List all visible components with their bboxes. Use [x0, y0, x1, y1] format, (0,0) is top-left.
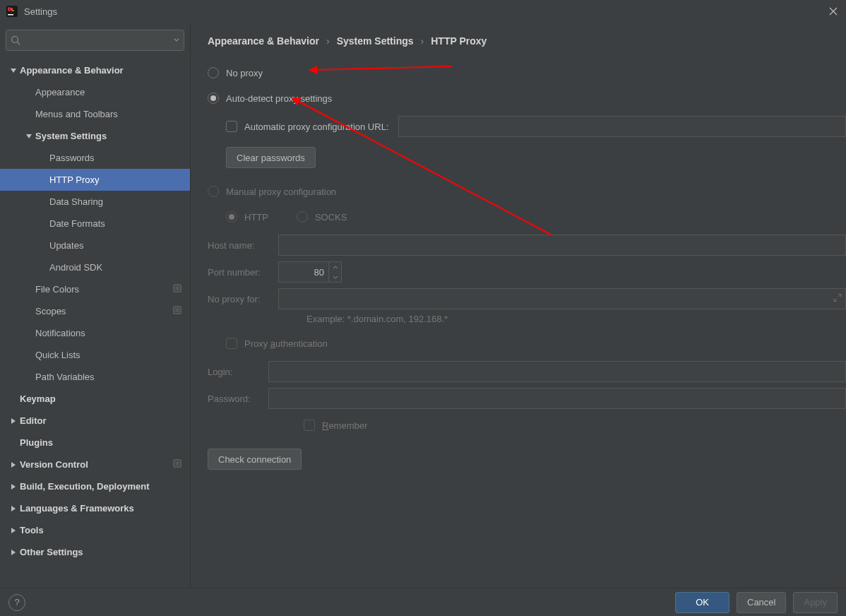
sidebar-item-file-colors[interactable]: File Colors [0, 278, 190, 300]
password-input[interactable] [268, 388, 846, 409]
content-pane: Appearance & Behavior › System Settings … [191, 23, 846, 588]
password-label: Password: [208, 393, 268, 404]
no-proxy-for-label: No proxy for: [208, 294, 278, 304]
socks-radio[interactable]: SOCKS [297, 206, 347, 227]
sidebar-item-updates[interactable]: Updates [0, 235, 190, 256]
svg-point-2 [12, 37, 18, 43]
sidebar-item-appearance-behavior[interactable]: Appearance & Behavior [0, 59, 190, 81]
sidebar-label: Appearance & Behavior [20, 65, 124, 76]
chevron-right-icon: › [326, 35, 330, 47]
port-number-label: Port number: [208, 267, 278, 278]
sidebar-item-plugins[interactable]: Plugins [0, 432, 190, 454]
proxy-auth-checkbox[interactable]: Proxy authentication [226, 333, 846, 354]
no-proxy-for-input[interactable] [278, 288, 846, 309]
login-label: Login: [208, 367, 268, 377]
spinner-icon[interactable] [328, 262, 341, 282]
radio-icon [208, 93, 219, 104]
svg-rect-4 [175, 286, 179, 290]
breadcrumb-item[interactable]: System Settings [337, 35, 414, 47]
ok-button[interactable]: OK [675, 592, 729, 613]
sidebar-item-menus-toolbars[interactable]: Menus and Toolbars [0, 103, 190, 125]
manual-proxy-radio[interactable]: Manual proxy configuration [208, 181, 846, 202]
sidebar-item-path-variables[interactable]: Path Variables [0, 366, 190, 388]
no-proxy-radio[interactable]: No proxy [208, 62, 846, 83]
radio-icon [208, 186, 219, 197]
svg-rect-0 [6, 6, 18, 17]
sidebar-item-android-sdk[interactable]: Android SDK [0, 256, 190, 278]
checkbox-icon [304, 420, 315, 431]
sidebar-item-keymap[interactable]: Keymap [0, 388, 190, 410]
check-connection-button[interactable]: Check connection [208, 449, 302, 470]
svg-rect-1 [8, 14, 13, 16]
expand-icon[interactable] [833, 294, 842, 304]
svg-rect-6 [175, 308, 179, 312]
http-radio[interactable]: HTTP [226, 206, 268, 227]
search-input[interactable] [6, 30, 184, 51]
no-proxy-example: Example: *.domain.com, 192.168.* [306, 314, 846, 324]
auto-detect-radio[interactable]: Auto-detect proxy settings [208, 88, 846, 109]
sidebar-item-notifications[interactable]: Notifications [0, 322, 190, 344]
login-input[interactable] [268, 361, 846, 382]
radio-icon [297, 211, 308, 223]
close-icon[interactable] [826, 4, 840, 18]
settings-tree: Appearance & Behavior Appearance Menus a… [0, 57, 190, 588]
remember-checkbox[interactable]: Remember [304, 415, 846, 436]
checkbox-icon [226, 121, 237, 132]
host-name-label: Host name: [208, 240, 278, 251]
chevron-right-icon: › [421, 35, 424, 47]
sidebar-item-appearance[interactable]: Appearance [0, 81, 190, 103]
breadcrumb-item: HTTP Proxy [431, 35, 487, 47]
sidebar-item-editor[interactable]: Editor [0, 410, 190, 432]
sidebar-item-tools[interactable]: Tools [0, 519, 190, 541]
sidebar-item-passwords[interactable]: Passwords [0, 147, 190, 169]
titlebar: Settings [0, 0, 846, 23]
sidebar-item-quick-lists[interactable]: Quick Lists [0, 344, 190, 366]
sidebar-item-version-control[interactable]: Version Control [0, 454, 190, 475]
apply-button[interactable]: Apply [793, 592, 838, 613]
breadcrumb: Appearance & Behavior › System Settings … [208, 35, 846, 47]
project-badge-icon [173, 306, 181, 316]
radio-icon [226, 211, 237, 223]
cancel-button[interactable]: Cancel [737, 592, 786, 613]
checkbox-icon [226, 338, 237, 349]
sidebar-item-scopes[interactable]: Scopes [0, 300, 190, 322]
project-badge-icon [173, 459, 181, 470]
sidebar-item-other-settings[interactable]: Other Settings [0, 541, 190, 563]
sidebar-item-system-settings[interactable]: System Settings [0, 125, 190, 147]
sidebar-item-http-proxy[interactable]: HTTP Proxy [0, 169, 190, 191]
breadcrumb-item[interactable]: Appearance & Behavior [208, 35, 319, 47]
radio-icon [208, 67, 219, 78]
chevron-down-icon [174, 37, 179, 44]
sidebar-item-build[interactable]: Build, Execution, Deployment [0, 475, 190, 497]
sidebar-item-date-formats[interactable]: Date Formats [0, 213, 190, 235]
window-title: Settings [24, 6, 57, 17]
sidebar: Appearance & Behavior Appearance Menus a… [0, 23, 191, 588]
port-number-input[interactable] [278, 261, 342, 283]
sidebar-item-data-sharing[interactable]: Data Sharing [0, 191, 190, 213]
button-bar: ? OK Cancel Apply [0, 588, 846, 616]
host-name-input[interactable] [278, 235, 846, 256]
sidebar-item-languages[interactable]: Languages & Frameworks [0, 497, 190, 519]
auto-url-input[interactable] [398, 116, 846, 137]
search-icon [11, 35, 20, 45]
help-button[interactable]: ? [8, 594, 25, 611]
clear-passwords-button[interactable]: Clear passwords [226, 147, 316, 168]
svg-rect-8 [175, 461, 179, 466]
project-badge-icon [173, 284, 181, 295]
app-icon [6, 5, 18, 18]
auto-url-checkbox[interactable]: Automatic proxy configuration URL: [226, 116, 846, 137]
